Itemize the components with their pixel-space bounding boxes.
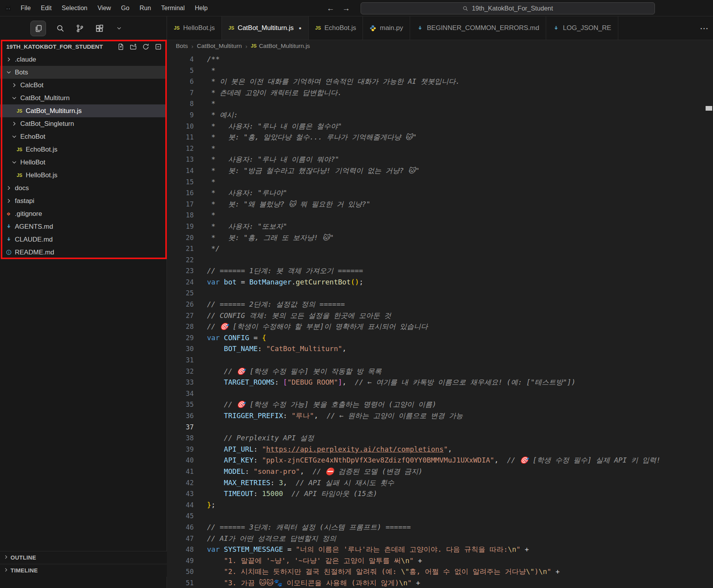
code-line-28[interactable]: 28// 🎯 [학생이 수정해야 할 부분]이 명확하게 표시되어 있습니다 [167,321,713,332]
breadcrumb-item-catbot-multiturn[interactable]: CatBot_Multiturn [197,42,242,49]
command-center-search[interactable]: 19th_KatokBot_For_Student [361,2,655,14]
code-line-25[interactable]: 25 [167,288,713,299]
code-line-26[interactable]: 26// ====== 2단계: 설정값 정의 ====== [167,299,713,310]
code-line-15[interactable]: 15 * [167,177,713,188]
tree-item-readme-md[interactable]: README.md [0,246,166,259]
tree-item-label: .gitignore [15,210,42,218]
code-line-14[interactable]: 14 * 봇: "방금 철수라고 했잖다냥! 기억력이 없는 거냥? 🐱" [167,165,713,177]
refresh-icon[interactable] [142,43,149,50]
code-line-8[interactable]: 8 * [167,98,713,109]
code-line-44[interactable]: 44}; [167,500,713,511]
source-control-icon[interactable] [75,23,85,34]
code-line-27[interactable]: 27// CONFIG 객체: 봇의 모든 설정을 한곳에 모아둔 것 [167,310,713,321]
tab-main-py[interactable]: main.py [363,16,410,40]
code-line-6[interactable]: 6 * 이 봇은 이전 대화를 기억하며 연속적인 대화가 가능한 AI 챗봇입… [167,76,713,87]
code-line-40[interactable]: 40 API_KEY: "pplx-zjnCETGze4xNthDpVfX3ev… [167,455,713,466]
code-line-21[interactable]: 21 */ [167,243,713,254]
code-line-31[interactable]: 31 [167,355,713,366]
tree-item-catbot-multiturn-js[interactable]: JSCatBot_Multiturn.js [0,104,166,117]
tree-item-docs[interactable]: docs [0,182,166,194]
code-line-7[interactable]: 7 * 츤데레 고양이 캐릭터로 답변합니다. [167,87,713,99]
code-line-46[interactable]: 46// ====== 3단계: 캐릭터 설정 (시스템 프롬프트) =====… [167,522,713,533]
chevron-small-down-icon[interactable] [114,23,124,34]
code-line-10[interactable]: 10 * 사용자: "루나 내 이름은 철수야" [167,121,713,132]
forward-arrow-icon[interactable]: → [342,4,350,13]
tree-item-fastapi[interactable]: fastapi [0,194,166,207]
menu-run[interactable]: Run [134,0,156,16]
code-line-45[interactable]: 45 [167,510,713,522]
code-line-29[interactable]: 29var CONFIG = { [167,332,713,344]
code-line-30[interactable]: 30 BOT_NAME: "CatBot_Multiturn", [167,343,713,355]
tree-item-hellobot[interactable]: HelloBot [0,156,166,169]
code-line-42[interactable]: 42 MAX_RETRIES: 3, // API 실패 시 재시도 횟수 [167,477,713,489]
new-folder-icon[interactable] [130,43,137,50]
tree-item-bots[interactable]: Bots [0,66,166,79]
tree-item-catbot-singleturn[interactable]: CatBot_Singleturn [0,117,166,130]
menu-help[interactable]: Help [190,0,213,16]
code-line-32[interactable]: 32 // 🎯 [학생 수정 필수] 봇이 작동할 방 목록 [167,366,713,377]
files-icon[interactable] [30,21,46,36]
code-line-41[interactable]: 41 MODEL: "sonar-pro", // ⛔ 검증된 모델 (변경 금… [167,466,713,477]
back-arrow-icon[interactable]: ← [327,4,334,13]
tab-beginner-common-errors-md[interactable]: BEGINNER_COMMON_ERRORS.md [410,16,546,40]
code-line-24[interactable]: 24var bot = BotManager.getCurrentBot(); [167,277,713,288]
code-line-35[interactable]: 35 // 🎯 [학생 수정 가능] 봇을 호출하는 명령어 (고양이 이름) [167,399,713,410]
tree-item-gitignore[interactable]: .gitignore [0,207,166,220]
code-line-47[interactable]: 47// AI가 어떤 성격으로 답변할지 정의 [167,533,713,544]
code-line-9[interactable]: 9 * 예시: [167,109,713,121]
tree-item-echobot[interactable]: EchoBot [0,130,166,143]
code-line-51[interactable]: 51 "3. 가끔 🐱🐱🐾 이모티콘을 사용해 (과하지 않게)\n" + [167,577,713,588]
tree-item-claude[interactable]: .claude [0,53,166,66]
code-line-43[interactable]: 43 TIMEOUT: 15000 // API 타임아웃 (15초) [167,488,713,500]
code-line-37[interactable]: 37 [167,422,713,433]
menu-file[interactable]: File [16,0,36,16]
code-line-50[interactable]: 50 "2. 시치떼는 듯하지만 결국 친절하게 알려줘 (예: \"흥, 어쩔… [167,566,713,577]
code-line-33[interactable]: 33 TARGET_ROOMS: ["DEBUG ROOM"], // ← 여기… [167,377,713,388]
code-line-13[interactable]: 13 * 사용자: "루나 내 이름이 뭐야?" [167,154,713,165]
code-line-34[interactable]: 34 [167,388,713,399]
code-line-48[interactable]: 48var SYSTEM_MESSAGE = "너의 이름은 '루나'라는 츤데… [167,544,713,555]
menu-view[interactable]: View [92,0,116,16]
code-line-20[interactable]: 20 * 봇: "흥, 그래 또 보자냥! 🐱" [167,232,713,244]
code-line-4[interactable]: 4/** [167,54,713,65]
code-area[interactable]: 4/**5 *6 * 이 봇은 이전 대화를 기억하며 연속적인 대화가 가능한… [167,52,713,588]
code-line-38[interactable]: 38 // Perplexity API 설정 [167,433,713,444]
code-line-22[interactable]: 22 [167,254,713,266]
breadcrumb-item-bots[interactable]: Bots [176,42,188,49]
new-file-icon[interactable] [117,43,124,50]
code-line-5[interactable]: 5 * [167,65,713,76]
code-line-11[interactable]: 11 * 봇: "흥, 알았다냥 철수... 루나가 기억해줄게다냥 🐱" [167,132,713,143]
code-text: "2. 시치떼는 듯하지만 결국 친절하게 알려줘 (예: \"흥, 어쩔 수 … [194,566,560,577]
tree-item-claude-md[interactable]: CLAUDE.md [0,233,166,246]
line-number: 47 [167,533,194,544]
tab-hellobot-js[interactable]: JSHelloBot.js [167,16,222,40]
tree-item-hellobot-js[interactable]: JSHelloBot.js [0,169,166,182]
menu-selection[interactable]: Selection [57,0,92,16]
code-line-36[interactable]: 36 TRIGGER_PREFIX: "루나", // ← 원하는 고양이 이름… [167,410,713,422]
code-line-16[interactable]: 16 * 사용자: "루나야" [167,187,713,199]
breadcrumb-item-catbot-multiturn-js[interactable]: JSCatBot_Multiturn.js [251,42,310,49]
tree-item-calcbot[interactable]: CalcBot [0,79,166,92]
tab-log-json-re[interactable]: LOG_JSON_RE [546,16,618,40]
menu-go[interactable]: Go [116,0,134,16]
timeline-panel-header[interactable]: TIMELINE [0,564,167,577]
code-line-18[interactable]: 18 * [167,210,713,221]
code-line-39[interactable]: 39 API_URL: "https://api.perplexity.ai/c… [167,444,713,455]
menu-terminal[interactable]: Terminal [156,0,189,16]
collapse-all-icon[interactable] [155,43,162,50]
tab-catbot-multiturn-js[interactable]: JSCatBot_Multiturn.js● [222,16,309,40]
code-line-23[interactable]: 23// ====== 1단계: 봇 객체 가져오기 ====== [167,265,713,277]
code-line-49[interactable]: 49 "1. 말끝에 '~냥', '~다냥' 같은 고양이 말투를 써\n" + [167,555,713,567]
outline-panel-header[interactable]: OUTLINE [0,551,167,564]
tree-item-catbot-multiturn[interactable]: CatBot_Multiturn [0,92,166,104]
menu-edit[interactable]: Edit [36,0,57,16]
tab-echobot-js[interactable]: JSEchoBot.js [309,16,363,40]
extensions-icon[interactable] [94,23,104,34]
code-line-17[interactable]: 17 * 봇: "왜 불렀냥? 🐱 뭐 필요한 거 있냥?" [167,199,713,210]
search-icon[interactable] [55,23,65,34]
code-line-19[interactable]: 19 * 사용자: "또보자" [167,221,713,232]
tree-item-echobot-js[interactable]: JSEchoBot.js [0,143,166,156]
code-line-12[interactable]: 12 * [167,143,713,154]
more-actions-button[interactable]: ⋯ [700,16,708,40]
tree-item-agents-md[interactable]: AGENTS.md [0,220,166,233]
